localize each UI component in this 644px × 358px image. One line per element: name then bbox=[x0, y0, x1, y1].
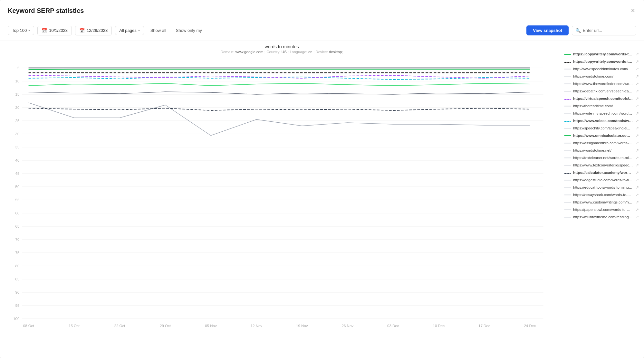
external-link-icon[interactable]: ↗ bbox=[636, 74, 639, 79]
legend-color-indicator bbox=[564, 83, 571, 84]
show-only-my-button[interactable]: Show only my bbox=[173, 26, 205, 35]
legend-item[interactable]: http://www.speechinminutes.com/↗ bbox=[562, 65, 641, 72]
external-link-icon[interactable]: ↗ bbox=[636, 163, 639, 167]
legend-item[interactable]: https://assignmentbro.com/words-to-minut… bbox=[562, 139, 641, 146]
close-button[interactable]: × bbox=[630, 6, 636, 15]
svg-text:60: 60 bbox=[15, 211, 19, 215]
view-snapshot-button[interactable]: View snapshot bbox=[526, 25, 569, 35]
legend-item[interactable]: https://papers owl.com/words-to-minutes-… bbox=[562, 206, 641, 213]
legend-url-label: https://papers owl.com/words-to-minutes-… bbox=[573, 208, 633, 212]
legend-url-label: https://educat.tools/words-to-minutes bbox=[573, 185, 633, 189]
legend-item[interactable]: https://edgestudio.com/words-to-time-cal… bbox=[562, 176, 641, 184]
legend-url-label: https://www.voices.com/tools/words_to_ti… bbox=[573, 119, 633, 123]
external-link-icon[interactable]: ↗ bbox=[636, 89, 639, 93]
legend-item[interactable]: https://virtualspeech.com/tools/convert-… bbox=[562, 95, 641, 102]
legend-url-label: https://wordstotime.com/ bbox=[573, 74, 633, 78]
external-link-icon[interactable]: ↗ bbox=[636, 155, 639, 160]
external-link-icon[interactable]: ↗ bbox=[636, 67, 639, 71]
legend-item[interactable]: https://copywritely.com/words-to-minutes… bbox=[562, 58, 641, 65]
svg-text:5: 5 bbox=[17, 66, 19, 70]
external-link-icon[interactable]: ↗ bbox=[636, 59, 639, 64]
legend-color-indicator bbox=[564, 165, 571, 166]
legend-item[interactable]: https://www.textconverter.io/speech-time… bbox=[562, 162, 641, 169]
legend-item[interactable]: https://educat.tools/words-to-minutes↗ bbox=[562, 184, 641, 191]
legend-item[interactable]: https://wordstotime.net/↗ bbox=[562, 147, 641, 154]
legend-item[interactable]: https://www.voices.com/tools/words_to_ti… bbox=[562, 117, 641, 124]
line-virtualspeech bbox=[29, 75, 530, 78]
legend-color-indicator bbox=[564, 121, 571, 122]
legend-item[interactable]: https://debatrix.com/en/speech-calculato… bbox=[562, 88, 641, 95]
legend-item[interactable]: https://speechify.com/speaking-time-calc… bbox=[562, 125, 641, 132]
chevron-down-icon-2: ▾ bbox=[138, 29, 140, 32]
external-link-icon[interactable]: ↗ bbox=[636, 133, 639, 138]
external-link-icon[interactable]: ↗ bbox=[636, 193, 639, 197]
legend-color-indicator bbox=[564, 173, 571, 174]
external-link-icon[interactable]: ↗ bbox=[636, 104, 639, 108]
legend-item[interactable]: https://www.omnicalculator.com/everyday-… bbox=[562, 132, 641, 139]
external-link-icon[interactable]: ↗ bbox=[636, 141, 639, 145]
svg-text:22 Oct: 22 Oct bbox=[114, 324, 126, 328]
external-link-icon[interactable]: ↗ bbox=[636, 96, 639, 101]
external-link-icon[interactable]: ↗ bbox=[636, 178, 639, 182]
modal-container: Keyword SERP statistics × Top 100 ▾ 📅 10… bbox=[0, 0, 644, 358]
external-link-icon[interactable]: ↗ bbox=[636, 111, 639, 116]
legend-color-indicator bbox=[564, 150, 571, 151]
legend-color-indicator bbox=[564, 113, 571, 114]
legend-item[interactable]: https://calculator.academy/words-to-minu… bbox=[562, 169, 641, 176]
external-link-icon[interactable]: ↗ bbox=[636, 215, 639, 219]
svg-text:10: 10 bbox=[15, 79, 19, 83]
external-link-icon[interactable]: ↗ bbox=[636, 200, 639, 204]
legend-url-label: https://write-my-speech.com/words-to-min… bbox=[573, 111, 633, 115]
external-link-icon[interactable]: ↗ bbox=[636, 126, 639, 130]
line-omnicalculator bbox=[29, 83, 530, 86]
external-link-icon[interactable]: ↗ bbox=[636, 148, 639, 153]
legend-url-label: https://multifoxtheme.com/reading-time-c… bbox=[573, 215, 633, 219]
legend-item[interactable]: https://multifoxtheme.com/reading-time-c… bbox=[562, 213, 641, 221]
svg-text:90: 90 bbox=[15, 290, 19, 294]
legend-url-label: https://www.omnicalculator.com/everyday-… bbox=[573, 134, 633, 137]
chart-area: words to minutes Domain: www.google.com … bbox=[0, 41, 560, 347]
svg-text:35: 35 bbox=[15, 145, 19, 149]
svg-text:25: 25 bbox=[15, 119, 19, 123]
svg-text:10 Dec: 10 Dec bbox=[433, 324, 445, 328]
external-link-icon[interactable]: ↗ bbox=[636, 185, 639, 190]
legend-item[interactable]: https://essayshark.com/words-to-minutes-… bbox=[562, 191, 641, 198]
legend-item[interactable]: https://wordstotime.com/↗ bbox=[562, 73, 641, 80]
legend-url-label: https://assignmentbro.com/words-to-minut… bbox=[573, 141, 633, 145]
external-link-icon[interactable]: ↗ bbox=[636, 81, 639, 86]
legend-color-indicator bbox=[564, 76, 571, 77]
legend-item[interactable]: https://thereadtime.com/↗ bbox=[562, 102, 641, 109]
external-link-icon[interactable]: ↗ bbox=[636, 207, 639, 212]
all-pages-dropdown[interactable]: All pages ▾ bbox=[115, 26, 144, 35]
legend-url-label: http://www.speechinminutes.com/ bbox=[573, 67, 633, 71]
chevron-down-icon: ▾ bbox=[28, 29, 30, 32]
svg-text:65: 65 bbox=[15, 224, 19, 228]
legend-item[interactable]: https://www.thewordfinder.com/words-to-m… bbox=[562, 80, 641, 87]
date-start-picker[interactable]: 📅 10/1/2023 bbox=[37, 26, 72, 35]
top100-dropdown[interactable]: Top 100 ▾ bbox=[8, 26, 34, 35]
svg-text:29 Oct: 29 Oct bbox=[160, 324, 171, 328]
legend-item[interactable]: https://www.customwritings.com/howtwrite… bbox=[562, 199, 641, 206]
svg-text:17 Dec: 17 Dec bbox=[478, 324, 490, 328]
legend-item[interactable]: https://textcleaner.net/words-to-minutes… bbox=[562, 154, 641, 161]
external-link-icon[interactable]: ↗ bbox=[636, 170, 639, 175]
svg-text:85: 85 bbox=[15, 277, 19, 281]
date-end-picker[interactable]: 📅 12/29/2023 bbox=[75, 26, 112, 35]
show-all-button[interactable]: Show all bbox=[147, 26, 169, 35]
svg-text:12 Nov: 12 Nov bbox=[251, 324, 263, 328]
chart-svg: 5 10 15 20 25 30 35 40 bbox=[3, 55, 560, 332]
legend-color-indicator bbox=[564, 69, 571, 70]
legend-item[interactable]: https://write-my-speech.com/words-to-min… bbox=[562, 110, 641, 117]
external-link-icon[interactable]: ↗ bbox=[636, 118, 639, 123]
chart-title: words to minutes bbox=[3, 44, 560, 49]
legend-color-indicator bbox=[564, 217, 571, 218]
external-link-icon[interactable]: ↗ bbox=[636, 52, 639, 56]
url-search-input[interactable] bbox=[583, 28, 631, 33]
main-content: words to minutes Domain: www.google.com … bbox=[0, 41, 644, 347]
svg-text:55: 55 bbox=[15, 198, 19, 202]
svg-text:03 Dec: 03 Dec bbox=[387, 324, 399, 328]
svg-text:24 Dec: 24 Dec bbox=[524, 324, 536, 328]
legend-item[interactable]: https://copywritely.com/words-to-pages/↗ bbox=[562, 51, 641, 58]
svg-text:100: 100 bbox=[13, 317, 19, 321]
legend-color-indicator bbox=[564, 135, 571, 136]
